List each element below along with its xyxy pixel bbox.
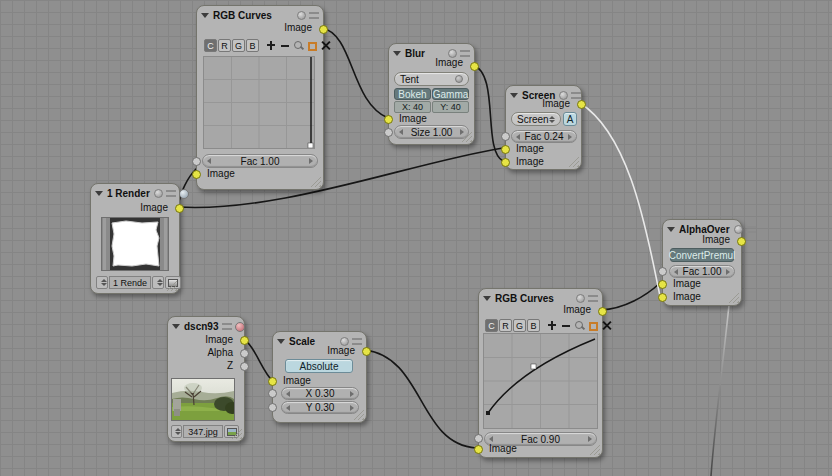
input-socket-fac[interactable] bbox=[658, 267, 667, 276]
bokeh-toggle-button[interactable]: Bokeh bbox=[394, 88, 431, 100]
node-menu-icon[interactable] bbox=[309, 12, 319, 19]
resize-grip[interactable] bbox=[568, 156, 579, 167]
scale-y-slider[interactable]: Y 0.30 bbox=[281, 401, 359, 414]
input-socket-x[interactable] bbox=[268, 389, 277, 398]
fit-view-icon[interactable] bbox=[575, 320, 585, 331]
collapse-triangle-icon[interactable] bbox=[510, 93, 518, 98]
channel-button-c[interactable]: C bbox=[485, 319, 498, 332]
collapse-triangle-icon[interactable] bbox=[277, 339, 285, 344]
output-socket-image[interactable] bbox=[470, 62, 479, 71]
output-socket-image[interactable] bbox=[362, 347, 371, 356]
input-socket-image[interactable] bbox=[192, 170, 201, 179]
fit-view-icon[interactable] bbox=[294, 40, 304, 51]
node-menu-icon[interactable] bbox=[352, 338, 362, 345]
channel-button-g[interactable]: G bbox=[513, 319, 526, 332]
collapse-triangle-icon[interactable] bbox=[95, 191, 103, 196]
node-menu-icon[interactable] bbox=[588, 295, 598, 302]
channel-button-b[interactable]: B bbox=[527, 319, 540, 332]
alpha-toggle-button[interactable]: A bbox=[563, 112, 577, 126]
blur-x-field[interactable]: X: 40 bbox=[394, 101, 431, 113]
output-socket-z[interactable] bbox=[240, 362, 249, 371]
size-slider[interactable]: Size 1.00 bbox=[394, 125, 469, 139]
input-socket-image[interactable] bbox=[268, 377, 277, 386]
curve-handle-selected[interactable] bbox=[308, 143, 313, 148]
input1-socket-image[interactable] bbox=[658, 280, 667, 289]
input-socket-fac[interactable] bbox=[192, 157, 201, 166]
collapse-triangle-icon[interactable] bbox=[667, 227, 675, 232]
input2-socket-image[interactable] bbox=[658, 293, 667, 302]
node-render-layers[interactable]: 1 Render Image 1 Rende bbox=[90, 183, 180, 294]
resize-grip[interactable] bbox=[310, 176, 321, 187]
clipping-options-icon[interactable] bbox=[308, 42, 317, 51]
collapse-triangle-icon[interactable] bbox=[483, 296, 491, 301]
zoom-in-icon[interactable] bbox=[266, 40, 276, 51]
channel-button-r[interactable]: R bbox=[499, 319, 512, 332]
preview-toggle-icon[interactable] bbox=[734, 225, 743, 234]
delete-point-icon[interactable] bbox=[321, 40, 331, 51]
output-socket-image[interactable] bbox=[737, 237, 746, 246]
output-socket-image[interactable] bbox=[319, 25, 328, 34]
node-editor-canvas[interactable]: { "nodes": { "rgb_top": { "title": "RGB … bbox=[0, 0, 832, 476]
render-layer-field[interactable]: 1 Rende bbox=[109, 276, 151, 289]
zoom-in-icon[interactable] bbox=[547, 320, 557, 331]
layer-step-left-button[interactable] bbox=[96, 276, 108, 289]
blur-y-field[interactable]: Y: 40 bbox=[432, 101, 469, 113]
output-socket-alpha[interactable] bbox=[240, 349, 249, 358]
node-header[interactable]: dscn93 bbox=[172, 319, 240, 334]
input-socket-size[interactable] bbox=[384, 128, 393, 137]
blend-mode-dropdown[interactable]: Screen bbox=[511, 112, 561, 126]
node-rgb-curves-bottom[interactable]: RGB Curves Image C R G B Fac 0 bbox=[478, 288, 603, 458]
output-socket-image[interactable] bbox=[175, 204, 184, 213]
absolute-mode-button[interactable]: Absolute bbox=[285, 359, 353, 373]
image-step-button[interactable] bbox=[171, 425, 182, 438]
zoom-out-icon[interactable] bbox=[280, 40, 290, 51]
preview-toggle-icon[interactable] bbox=[297, 11, 306, 20]
gamma-toggle-button[interactable]: Gamma bbox=[432, 88, 469, 100]
clipping-options-icon[interactable] bbox=[589, 322, 598, 331]
filter-type-dropdown[interactable]: Tent bbox=[394, 72, 469, 86]
input1-socket-image[interactable] bbox=[501, 145, 510, 154]
curve-handle-selected[interactable] bbox=[531, 364, 536, 369]
output-socket-image[interactable] bbox=[240, 336, 249, 345]
node-menu-icon[interactable] bbox=[746, 226, 756, 233]
node-menu-icon[interactable] bbox=[571, 92, 581, 99]
curve-widget[interactable] bbox=[203, 56, 315, 149]
node-header[interactable]: RGB Curves bbox=[201, 8, 319, 23]
zoom-out-icon[interactable] bbox=[561, 320, 571, 331]
node-rgb-curves-top[interactable]: RGB Curves Image C R G B Fac 1.00 Imag bbox=[196, 5, 324, 190]
curve-handle-start[interactable] bbox=[486, 411, 490, 415]
node-scale[interactable]: Scale Image Absolute Image X 0.30 Y 0.30 bbox=[272, 331, 367, 423]
layer-step-right-button[interactable] bbox=[152, 276, 164, 289]
node-blur[interactable]: Blur Image Tent Bokeh Gamma X: 40 Y: 40 … bbox=[388, 43, 475, 145]
output-socket-image[interactable] bbox=[598, 307, 607, 316]
channel-button-g[interactable]: G bbox=[232, 39, 245, 52]
output-socket-image[interactable] bbox=[577, 100, 586, 109]
channel-button-r[interactable]: R bbox=[218, 39, 231, 52]
node-header[interactable]: 1 Render bbox=[95, 186, 175, 201]
input2-socket-image[interactable] bbox=[501, 158, 510, 167]
channel-button-b[interactable]: B bbox=[246, 39, 259, 52]
collapse-triangle-icon[interactable] bbox=[172, 324, 180, 329]
channel-button-c[interactable]: C bbox=[204, 39, 217, 52]
fac-slider[interactable]: Fac 1.00 bbox=[669, 265, 735, 278]
input-socket-image[interactable] bbox=[474, 445, 483, 454]
collapse-triangle-icon[interactable] bbox=[393, 51, 401, 56]
scale-x-slider[interactable]: X 0.30 bbox=[281, 387, 359, 400]
curve-widget[interactable] bbox=[483, 333, 598, 429]
convert-premul-button[interactable]: ConvertPremul bbox=[670, 248, 734, 262]
node-image-dscn93[interactable]: dscn93 Image Alpha Z 347.jpg bbox=[167, 316, 245, 442]
input-socket-fac[interactable] bbox=[474, 434, 483, 443]
fac-slider[interactable]: Fac 0.24 bbox=[511, 130, 577, 143]
preview-toggle-icon[interactable] bbox=[154, 189, 163, 198]
material-sphere-icon[interactable] bbox=[179, 189, 189, 199]
node-menu-icon[interactable] bbox=[222, 323, 232, 330]
input-socket-fac[interactable] bbox=[501, 132, 510, 141]
node-screen-mix[interactable]: Screen Image Screen A Fac 0.24 Image Ima… bbox=[505, 85, 582, 170]
image-sphere-icon[interactable] bbox=[235, 322, 245, 332]
node-alphaover[interactable]: AlphaOver Image ConvertPremul Fac 1.00 I… bbox=[662, 219, 742, 306]
collapse-triangle-icon[interactable] bbox=[201, 13, 209, 18]
input-socket-image[interactable] bbox=[384, 115, 393, 124]
image-file-field[interactable]: 347.jpg bbox=[183, 425, 223, 438]
fac-slider[interactable]: Fac 1.00 bbox=[202, 154, 318, 168]
node-menu-icon[interactable] bbox=[166, 190, 176, 197]
